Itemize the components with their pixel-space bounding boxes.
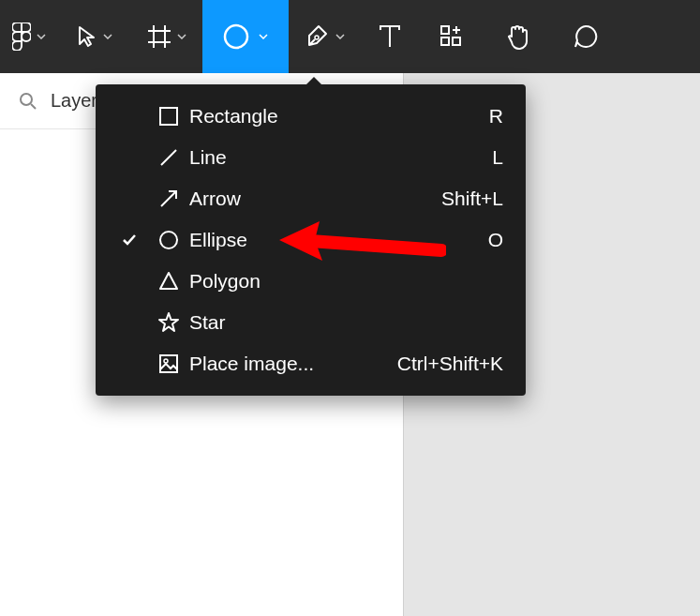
text-icon [379, 24, 401, 49]
menu-item-arrow[interactable]: Arrow Shift+L [96, 178, 526, 219]
menu-shortcut: Ctrl+Shift+K [397, 353, 503, 375]
menu-label: Place image... [189, 353, 397, 375]
menu-label: Rectangle [189, 105, 489, 128]
ellipse-icon [223, 23, 249, 50]
ellipse-icon [157, 229, 180, 251]
frame-tool-button[interactable] [131, 0, 202, 73]
chevron-down-icon [335, 34, 345, 39]
image-icon [157, 353, 180, 375]
menu-shortcut: Shift+L [441, 188, 503, 210]
pen-icon [305, 24, 330, 49]
hand-icon [505, 23, 529, 50]
menu-item-star[interactable]: Star [96, 302, 526, 343]
svg-point-17 [160, 232, 177, 248]
menu-label: Polygon [189, 270, 503, 293]
menu-shortcut: L [492, 146, 503, 169]
chevron-down-icon [103, 34, 112, 39]
menu-label: Arrow [189, 188, 441, 210]
svg-line-15 [161, 150, 176, 165]
check-icon [122, 233, 137, 247]
menu-label: Star [189, 311, 503, 334]
line-icon [157, 146, 180, 169]
star-icon [157, 311, 180, 334]
menu-label: Ellipse [189, 229, 488, 251]
resources-icon [439, 24, 464, 49]
chevron-down-icon [259, 34, 268, 39]
chevron-down-icon [177, 34, 186, 39]
menu-item-polygon[interactable]: Polygon [96, 261, 526, 302]
shape-tool-dropdown: Rectangle R Line L Arrow Shift+L Ellipse… [96, 84, 526, 396]
comment-tool-button[interactable] [549, 0, 622, 73]
pen-tool-button[interactable] [289, 0, 362, 73]
menu-item-ellipse[interactable]: Ellipse O [96, 219, 526, 261]
figma-menu-button[interactable] [0, 0, 58, 73]
figma-logo-icon [12, 23, 31, 51]
menu-item-rectangle[interactable]: Rectangle R [96, 96, 526, 137]
svg-rect-7 [441, 38, 449, 45]
menu-item-line[interactable]: Line L [96, 137, 526, 178]
svg-point-5 [225, 25, 247, 48]
check-slot [111, 233, 148, 247]
svg-rect-18 [160, 355, 177, 372]
menu-label: Line [189, 146, 492, 169]
svg-line-16 [161, 192, 175, 206]
rectangle-icon [157, 105, 180, 128]
menu-item-place-image[interactable]: Place image... Ctrl+Shift+K [96, 343, 526, 384]
comment-icon [573, 23, 599, 50]
svg-point-6 [315, 36, 319, 39]
polygon-icon [157, 270, 180, 293]
dropdown-pointer [305, 77, 322, 85]
main-toolbar [0, 0, 700, 73]
chevron-down-icon [37, 34, 46, 39]
svg-line-13 [31, 104, 36, 109]
frame-icon [147, 24, 171, 49]
svg-rect-9 [441, 26, 449, 34]
cursor-icon [77, 25, 97, 48]
resources-tool-button[interactable] [418, 0, 485, 73]
hand-tool-button[interactable] [485, 0, 549, 73]
menu-shortcut: R [489, 105, 503, 128]
menu-shortcut: O [488, 229, 503, 251]
arrow-icon [157, 188, 180, 210]
svg-point-0 [22, 32, 31, 41]
svg-point-19 [164, 359, 168, 363]
text-tool-button[interactable] [362, 0, 418, 73]
move-tool-button[interactable] [58, 0, 131, 73]
svg-point-12 [21, 94, 32, 105]
search-icon [19, 92, 37, 111]
svg-rect-14 [160, 108, 177, 125]
svg-rect-8 [453, 38, 460, 45]
shape-tool-button[interactable] [202, 0, 289, 73]
